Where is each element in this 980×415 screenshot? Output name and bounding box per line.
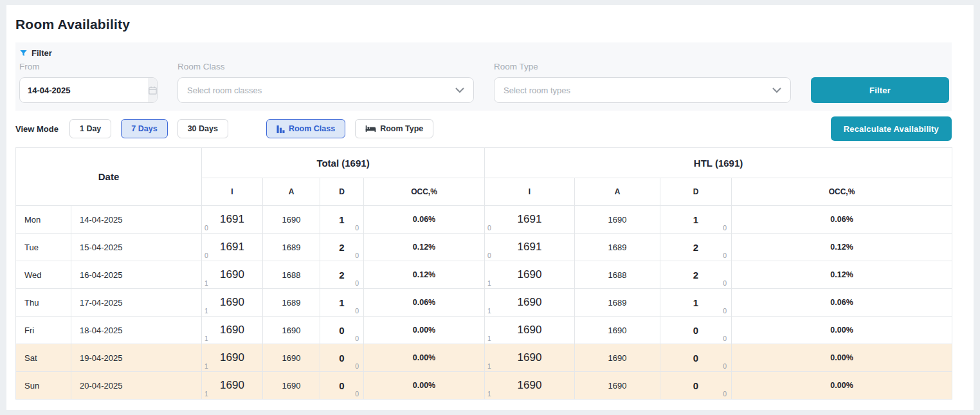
room-class-label: Room Class — [177, 62, 474, 71]
view-mode-1-day-button[interactable]: 1 Day — [69, 119, 111, 138]
deducted-sub-count: 0 — [723, 307, 727, 315]
deducted-sub-count: 0 — [355, 224, 359, 232]
room-class-select[interactable]: Select room classes — [177, 77, 474, 103]
inventory-sub-count: 0 — [204, 224, 208, 232]
day-cell: Thu — [16, 289, 71, 317]
room-type-select[interactable]: Select room types — [494, 77, 791, 103]
table-row: Tue 15-04-2025 01691 1689 20 0.12% 01691… — [16, 234, 952, 261]
from-date-field[interactable] — [19, 77, 158, 103]
total-deducted-cell: 20 — [320, 234, 364, 261]
htl-inventory-cell: 01691 — [485, 206, 575, 234]
date-cell: 14-04-2025 — [71, 206, 202, 234]
total-occupancy-cell: 0.12% — [364, 234, 485, 261]
inventory-sub-count: 1 — [487, 279, 491, 287]
htl-group-header: HTL (1691) — [485, 148, 952, 178]
htl-inventory-header: I — [485, 178, 575, 206]
day-cell: Sat — [16, 344, 71, 372]
inventory-sub-count: 1 — [487, 362, 491, 370]
htl-deducted-cell: 10 — [660, 206, 732, 234]
table-body: Mon 14-04-2025 01691 1690 10 0.06% 01691… — [16, 206, 952, 400]
inventory-sub-count: 1 — [204, 362, 208, 370]
inventory-sub-count: 1 — [204, 279, 208, 287]
day-cell: Tue — [16, 234, 71, 261]
group-by-room-type-button[interactable]: Room Type — [355, 119, 433, 138]
htl-available-cell: 1688 — [575, 261, 660, 289]
htl-available-cell: 1690 — [575, 344, 660, 372]
inventory-sub-count: 1 — [487, 307, 491, 315]
table-row: Fri 18-04-2025 11690 1690 00 0.00% 11690… — [16, 317, 952, 344]
total-inventory-cell: 11690 — [202, 372, 263, 400]
total-available-cell: 1688 — [263, 261, 320, 289]
htl-occupancy-cell: 0.06% — [732, 289, 952, 317]
total-occupancy-cell: 0.00% — [364, 372, 485, 400]
filter-panel-title: Filter — [32, 48, 52, 58]
htl-deducted-header: D — [660, 178, 732, 206]
total-available-cell: 1689 — [263, 289, 320, 317]
deducted-sub-count: 0 — [723, 279, 727, 287]
htl-inventory-cell: 11690 — [485, 344, 575, 372]
htl-deducted-cell: 20 — [660, 234, 732, 261]
room-class-placeholder: Select room classes — [187, 86, 455, 95]
htl-deducted-cell: 20 — [660, 261, 732, 289]
total-group-header: Total (1691) — [202, 148, 485, 178]
view-mode-30-days-button[interactable]: 30 Days — [177, 119, 228, 138]
date-cell: 15-04-2025 — [71, 234, 202, 261]
date-cell: 16-04-2025 — [71, 261, 202, 289]
day-cell: Mon — [16, 206, 71, 234]
total-deducted-cell: 10 — [320, 206, 364, 234]
deducted-sub-count: 0 — [355, 252, 359, 259]
deducted-sub-count: 0 — [355, 390, 359, 398]
htl-deducted-cell: 00 — [660, 344, 732, 372]
htl-deducted-cell: 10 — [660, 289, 732, 317]
view-mode-toolbar: View Mode 1 Day 7 Days 30 Days Room Clas… — [15, 116, 952, 142]
room-type-label: Room Type — [494, 62, 791, 71]
total-available-cell: 1690 — [263, 206, 320, 234]
htl-inventory-cell: 11690 — [485, 289, 575, 317]
htl-inventory-cell: 11690 — [485, 317, 575, 344]
htl-inventory-cell: 11690 — [485, 372, 575, 400]
inventory-sub-count: 1 — [204, 335, 208, 342]
total-inventory-cell: 11690 — [202, 317, 263, 344]
filter-button[interactable]: Filter — [811, 77, 949, 103]
bar-chart-icon — [277, 125, 285, 133]
room-class-toggle-label: Room Class — [289, 124, 335, 133]
htl-available-cell: 1690 — [575, 206, 660, 234]
htl-occupancy-cell: 0.12% — [732, 261, 952, 289]
from-date-input[interactable] — [20, 78, 148, 102]
total-inventory-cell: 11690 — [202, 261, 263, 289]
htl-occupancy-cell: 0.00% — [732, 317, 952, 344]
total-inventory-cell: 11690 — [202, 344, 263, 372]
deducted-sub-count: 0 — [723, 252, 727, 259]
inventory-sub-count: 0 — [204, 252, 208, 259]
htl-inventory-cell: 01691 — [485, 234, 575, 261]
deducted-sub-count: 0 — [723, 335, 727, 342]
total-available-header: A — [263, 178, 320, 206]
htl-inventory-cell: 11690 — [485, 261, 575, 289]
from-label: From — [19, 62, 158, 71]
view-mode-7-days-button[interactable]: 7 Days — [121, 119, 167, 138]
htl-occupancy-cell: 0.12% — [732, 234, 952, 261]
calendar-icon[interactable] — [148, 78, 158, 102]
deducted-sub-count: 0 — [723, 362, 727, 370]
availability-table: Date Total (1691) HTL (1691) I A D OCC,%… — [15, 147, 952, 400]
table-row: Sun 20-04-2025 11690 1690 00 0.00% 11690… — [16, 372, 952, 400]
htl-occupancy-cell: 0.00% — [732, 344, 952, 372]
chevron-down-icon — [455, 88, 464, 93]
total-occupancy-cell: 0.00% — [364, 344, 485, 372]
htl-deducted-cell: 00 — [660, 317, 732, 344]
table-row: Thu 17-04-2025 11690 1689 10 0.06% 11690… — [16, 289, 952, 317]
page-title: Room Availability — [15, 17, 974, 32]
htl-available-cell: 1690 — [575, 372, 660, 400]
deducted-sub-count: 0 — [355, 335, 359, 342]
table-row: Mon 14-04-2025 01691 1690 10 0.06% 01691… — [16, 206, 952, 234]
htl-occupancy-cell: 0.00% — [732, 372, 952, 400]
date-cell: 19-04-2025 — [71, 344, 202, 372]
inventory-sub-count: 0 — [487, 252, 491, 259]
group-by-room-class-button[interactable]: Room Class — [266, 119, 345, 138]
date-cell: 17-04-2025 — [71, 289, 202, 317]
room-availability-page: Room Availability Filter From — [6, 5, 974, 410]
total-occupancy-cell: 0.06% — [364, 289, 485, 317]
htl-available-cell: 1689 — [575, 289, 660, 317]
recalculate-availability-button[interactable]: Recalculate Availability — [831, 116, 952, 141]
room-type-placeholder: Select room types — [504, 86, 772, 95]
